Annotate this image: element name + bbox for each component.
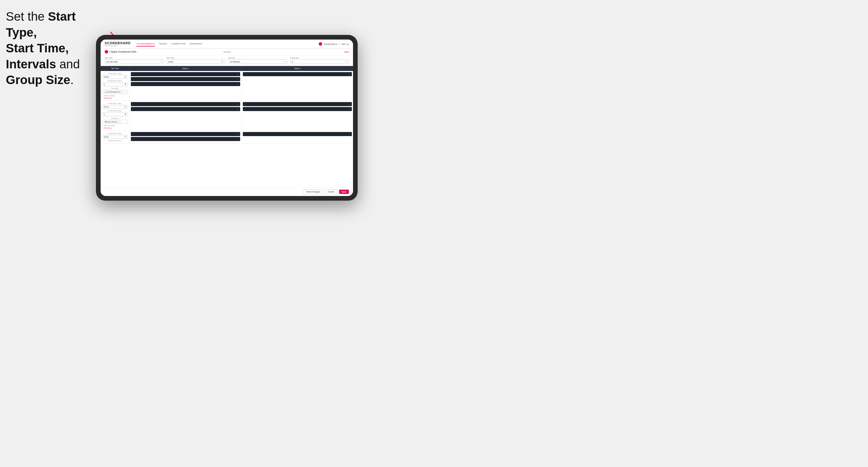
player-row: × ✎ (243, 132, 352, 136)
instruction-text: Set the Start Type,Start Time,Intervals … (6, 9, 99, 88)
player-x-icon[interactable]: × (133, 133, 134, 135)
starting-hole-input-1[interactable]: 1 ⬍ (102, 82, 128, 86)
player-x-icon[interactable]: × (245, 133, 246, 135)
starting-hole-label-1: STARTING HOLE: (102, 80, 128, 82)
player-x-icon[interactable]: × (133, 83, 134, 85)
sign-out-link[interactable]: Sign out (341, 43, 349, 45)
navbar: SCOREBOARD Powered by clipp'd TOURNAMENT… (101, 39, 353, 49)
user-avatar (319, 42, 322, 45)
course-input-2[interactable]: 🗺 East Lake GC × + (102, 120, 128, 124)
brand-sub: Powered by clipp'd (105, 45, 130, 46)
start-time-select[interactable]: 10:00 🕐 (166, 59, 226, 64)
col-team2: Team 2 (242, 66, 353, 71)
intervals-select[interactable]: 10 Minutes ▾ (228, 59, 287, 64)
remove-group-label-1: Remove Group (104, 95, 115, 97)
add-group-label-2: Add Group (104, 127, 112, 129)
player-edit-icon[interactable]: ✎ (237, 138, 239, 140)
start-time-group: Start Time 10:00 🕐 (166, 57, 226, 64)
chevron-down-icon-2: ▾ (284, 61, 285, 63)
tablet-screen: SCOREBOARD Powered by clipp'd TOURNAMENT… (101, 39, 353, 196)
starting-time-label-1: STARTING TIME: (102, 73, 128, 74)
chevron-down-icon-3: ▾ (346, 61, 347, 63)
back-button[interactable]: Back (344, 51, 349, 53)
player-x-icon[interactable]: × (133, 73, 134, 75)
remove-group-btn-2[interactable]: ○ Remove Group (102, 125, 128, 126)
player-edit-icon[interactable]: ✎ (237, 78, 239, 80)
course-input-1[interactable]: ⛳ (A) Peachtree GC × + (102, 90, 128, 94)
remove-course-btn-1[interactable]: × (121, 91, 122, 93)
starting-time-value-2: 10:10 (104, 106, 108, 108)
player-edit-icon[interactable]: ✎ (237, 83, 239, 85)
course-tag-1: ⛳ (A) Peachtree GC × (104, 91, 122, 93)
player-edit-icon[interactable]: ✎ (349, 133, 350, 135)
add-group-btn-2[interactable]: + Add Group (102, 127, 128, 129)
tournament-icon (105, 50, 108, 54)
add-course-icon-2[interactable]: + (120, 121, 121, 123)
time-icon-3: ⏱ (124, 136, 126, 138)
start-type-select[interactable]: 1st Tee Start ▾ (105, 59, 164, 64)
group-size-select[interactable]: 3 ▾ (290, 59, 349, 64)
player-row: × ✎ (243, 102, 352, 106)
player-edit-icon[interactable]: ✎ (237, 73, 239, 75)
add-group-label-1: Add Group (104, 97, 112, 99)
add-group-btn-1[interactable]: + Add Group (102, 97, 128, 99)
player-x-icon[interactable]: × (245, 108, 246, 110)
breadcrumb: Hosting (224, 51, 230, 53)
table-row: STARTING TIME: 10:20 ⏱ STARTING HOLE: × … (101, 131, 353, 144)
starting-time-input-3[interactable]: 10:20 ⏱ (102, 135, 128, 139)
time-icon-2: ⏱ (124, 106, 126, 108)
player-x-icon[interactable]: × (245, 73, 246, 75)
player-row: × ✎ (131, 72, 240, 76)
brand: SCOREBOARD Powered by clipp'd (105, 41, 130, 46)
instruction-bold2: Group Size (6, 73, 70, 87)
cancel-button[interactable]: Cancel (325, 189, 337, 194)
starting-time-input-2[interactable]: 10:10 ⏱ (102, 105, 128, 109)
nav-tournaments[interactable]: TOURNAMENTS (136, 41, 155, 46)
player-row: × ✎ (131, 107, 240, 111)
player-edit-icon[interactable]: ✎ (349, 103, 350, 105)
separator: | (339, 43, 340, 45)
start-type-label: Start Type (105, 57, 164, 59)
starting-hole-label-3: STARTING HOLE: (102, 140, 128, 142)
starting-hole-label-2: STARTING HOLE: (102, 110, 128, 112)
plus-icon-1: + (102, 97, 103, 99)
clock-icon: 🕐 (221, 61, 224, 63)
starting-hole-input-2[interactable]: 1 ⬍ (102, 112, 128, 116)
remove-group-btn-1[interactable]: ○ Remove Group (102, 95, 128, 97)
reset-changes-button[interactable]: Reset Changes (304, 189, 323, 194)
table-row: STARTING TIME: 10:10 ⏱ STARTING HOLE: 1 … (101, 101, 353, 131)
course-label-2: COURSE: (102, 118, 128, 119)
chevron-down-icon: ▾ (161, 61, 162, 63)
tournament-title: Clippd Invitational (Mid... (110, 50, 224, 53)
player-edit-icon[interactable]: ✎ (349, 108, 350, 110)
add-course-icon-1[interactable]: + (123, 91, 124, 93)
player-row: × ✎ (131, 137, 240, 141)
player-edit-icon[interactable]: ✎ (237, 108, 239, 110)
navbar-right: blair@clippd.io | Sign out (319, 42, 349, 45)
player-x-icon[interactable]: × (133, 108, 134, 110)
table-scroll[interactable]: STARTING TIME: 10:00 ⏱ STARTING HOLE: 1 … (101, 71, 353, 187)
player-x-icon[interactable]: × (133, 103, 134, 105)
player-x-icon[interactable]: × (133, 138, 134, 140)
player-x-icon[interactable]: × (245, 103, 246, 105)
nav-teams[interactable]: TEAMS (159, 41, 167, 46)
player-edit-icon[interactable]: ✎ (237, 133, 239, 135)
save-button[interactable]: Save (339, 190, 349, 194)
course-name-1: (A) Peachtree GC (107, 91, 120, 93)
start-time-label: Start Time (166, 57, 226, 59)
player-edit-icon[interactable]: ✎ (349, 73, 350, 75)
player-row: × ✎ (131, 82, 240, 86)
stepper-icon-2: ⬍ (124, 113, 126, 116)
team2-col-2: × ✎ × ✎ (242, 101, 353, 130)
table-row: STARTING TIME: 10:00 ⏱ STARTING HOLE: 1 … (101, 71, 353, 101)
player-x-icon[interactable]: × (133, 78, 134, 80)
nav-committee[interactable]: COMMITTEE (171, 41, 186, 46)
starting-time-input-1[interactable]: 10:00 ⏱ (102, 75, 128, 79)
controls-row: Start Type 1st Tee Start ▾ Start Time 10… (101, 55, 353, 66)
remove-course-btn-2[interactable]: × (118, 121, 119, 123)
group-side-2: STARTING TIME: 10:10 ⏱ STARTING HOLE: 1 … (101, 101, 130, 130)
nav-rankings[interactable]: RANKINGS (190, 41, 203, 46)
col-team1: Team 1 (130, 66, 242, 71)
player-row: × ✎ (131, 132, 240, 136)
player-edit-icon[interactable]: ✎ (237, 103, 239, 105)
